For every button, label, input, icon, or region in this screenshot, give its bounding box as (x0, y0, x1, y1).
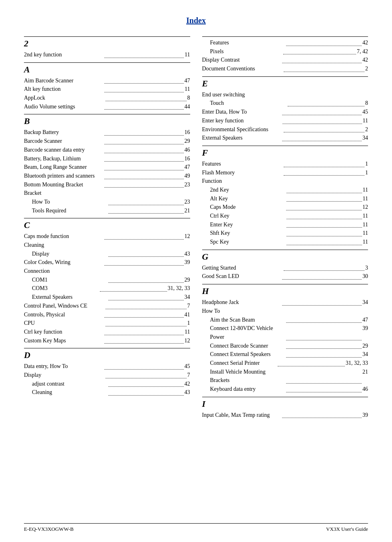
index-entry: Touch8 (202, 99, 368, 108)
entry-text: Good Scan LED (202, 272, 282, 281)
index-columns: 22nd key function11AAim Barcode Scanner4… (24, 33, 368, 421)
entry-page: 12 (362, 203, 368, 212)
entry-text: Cleaning (24, 388, 107, 397)
entry-text: Caps mode function (24, 232, 103, 241)
entry-text: Document Conventions (202, 64, 283, 73)
entry-text: Caps Mode (202, 203, 286, 212)
index-entry: Headphone Jack34 (202, 298, 368, 307)
entry-dots (104, 163, 184, 170)
entry-page: 12 (185, 336, 190, 345)
section-divider (24, 62, 190, 63)
entry-page: 46 (185, 146, 190, 154)
entry-text: Alt key function (24, 85, 103, 94)
index-entry: Good Scan LED30 (202, 272, 368, 281)
entry-text: Bottom Mounting Bracket (24, 180, 103, 189)
index-entry: Cleaning (24, 241, 190, 250)
index-entry: 2nd Key11 (202, 186, 368, 194)
entry-text: Aim Barcode Scanner (24, 76, 103, 85)
index-entry: External Speakers34 (24, 293, 190, 302)
entry-page: 11 (363, 238, 368, 246)
section-block: CCaps mode function12CleaningDisplay43Co… (24, 218, 190, 345)
index-entry: Connect Serial Printer31, 32, 33 (202, 359, 368, 368)
index-entry: Connect External Speakers34 (202, 350, 368, 359)
entry-page: 11 (363, 229, 368, 238)
index-entry: Features42 (202, 38, 368, 47)
entry-text: Ctrl Key (202, 212, 286, 220)
entry-dots (288, 99, 364, 106)
entry-dots (108, 206, 184, 214)
entry-dots (104, 102, 184, 110)
section-letter: I (202, 399, 368, 409)
entry-dots (287, 238, 362, 245)
index-entry: Barcode scanner data entry46 (24, 146, 190, 154)
entry-text: How To (202, 307, 368, 316)
index-entry: Enter key function11 (202, 116, 368, 125)
section-block: BBackup Battery16Barcode Scanner29Barcod… (24, 114, 190, 215)
entry-dots (108, 198, 184, 205)
entry-text: 2nd Key (202, 186, 286, 194)
entry-page: 42 (185, 380, 190, 388)
index-entry: Shft Key11 (202, 229, 368, 238)
section-block: FFeatures1Flash Memory1Function2nd Key11… (202, 146, 368, 246)
entry-text: External Speakers (24, 293, 107, 302)
entry-page: 49 (185, 172, 190, 180)
entry-dots (108, 276, 184, 283)
entry-dots (287, 186, 362, 193)
index-entry: Audio Volume settings44 (24, 102, 190, 111)
entry-page: 34 (362, 298, 368, 307)
entry-page: 45 (185, 362, 190, 371)
index-entry: Environmental Specifications2 (202, 125, 368, 134)
entry-page: 21 (362, 368, 368, 385)
section-letter: D (24, 350, 190, 360)
entry-text: Alt Key (202, 194, 286, 203)
entry-page: 3 (365, 264, 368, 272)
index-entry: Features1 (202, 160, 368, 168)
entry-page: 42 (362, 38, 368, 47)
entry-text: Bluetooth printers and scanners (24, 172, 103, 180)
entry-dots (286, 342, 362, 349)
entry-dots (286, 38, 362, 46)
entry-dots (283, 116, 362, 124)
entry-dots (282, 108, 362, 115)
entry-page: 11 (185, 328, 190, 336)
index-entry: Display7 (24, 371, 190, 380)
entry-text: Spc Key (202, 238, 286, 246)
index-entry: Getting Started3 (202, 264, 368, 272)
entry-page: 8 (187, 94, 190, 102)
entry-text: Function (202, 177, 368, 186)
entry-page: 31, 32, 33 (346, 359, 368, 368)
index-entry: Bluetooth printers and scanners49 (24, 172, 190, 180)
index-entry: Backup Battery16 (24, 128, 190, 137)
entry-text: Keyboard data entry (202, 385, 286, 394)
section-divider (202, 36, 368, 37)
entry-dots (100, 284, 167, 292)
index-entry: COM331, 32, 33 (24, 284, 190, 293)
entry-text: AppLock (24, 94, 105, 102)
entry-dots (278, 359, 345, 366)
entry-text: Display Contrast (202, 56, 282, 64)
entry-page: 1 (365, 168, 368, 177)
index-entry: Display Contrast42 (202, 56, 368, 64)
index-entry: Alt Key11 (202, 194, 368, 203)
index-entry: Battery, Backup, Lithium16 (24, 154, 190, 163)
section-letter: C (24, 220, 190, 230)
entry-dots (287, 220, 362, 228)
entry-dots (286, 368, 362, 384)
entry-page: 7 (187, 302, 190, 310)
entry-text: Shft Key (202, 229, 286, 238)
entry-text: Enter Data, How To (202, 108, 282, 116)
index-entry: End user switching (202, 90, 368, 99)
entry-dots (104, 336, 184, 344)
entry-page: 8 (365, 99, 368, 108)
entry-text: Tools Required (24, 206, 107, 215)
entry-dots (282, 411, 362, 418)
entry-page: 29 (185, 276, 190, 284)
entry-dots (104, 232, 184, 240)
entry-text: Environmental Specifications (202, 125, 283, 134)
entry-page: 12 (185, 232, 190, 241)
entry-page: 11 (363, 212, 368, 220)
section-divider (24, 348, 190, 348)
entry-page: 23 (185, 180, 190, 189)
index-entry: Display43 (24, 250, 190, 258)
index-entry: Document Conventions2 (202, 64, 368, 73)
